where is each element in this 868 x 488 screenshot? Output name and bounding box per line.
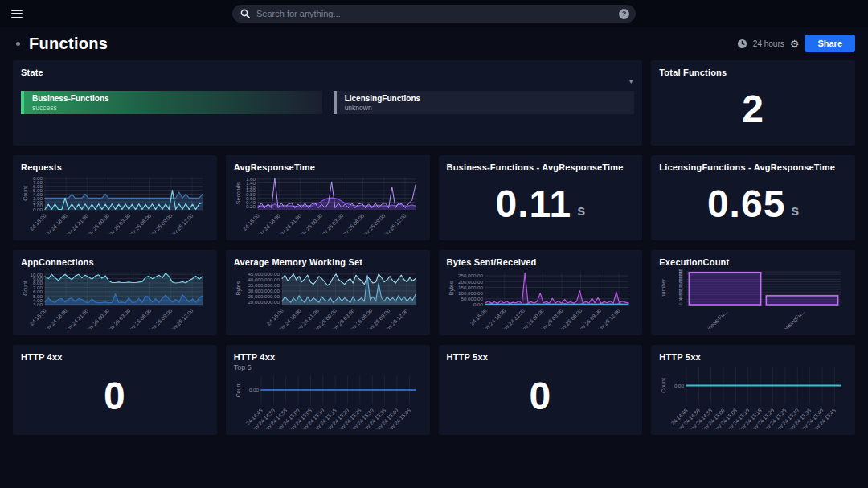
svg-text:24 15:00: 24 15:00 [241, 213, 260, 232]
requests-chart[interactable]: 0.001.002.003.004.005.006.007.008.0024 1… [21, 174, 209, 234]
app-connections-chart[interactable]: 3.004.005.006.007.008.009.0010.0024 15:0… [21, 269, 209, 329]
svg-text:24 15:00: 24 15:00 [469, 308, 487, 326]
tile-state: State ▼ Business-Functions success Licen… [13, 60, 642, 146]
lf-avg-unit: s [791, 203, 799, 219]
state-item-licensing-functions[interactable]: LicensingFunctions unknown [334, 91, 635, 114]
svg-text:250,000.00: 250,000.00 [458, 273, 484, 278]
tile-title-lf-avg: LicensingFunctions - AvgResponseTime [659, 162, 847, 173]
state-item-business-functions[interactable]: Business-Functions success [21, 91, 322, 114]
search-icon [240, 9, 250, 18]
svg-text:LicensingFu...: LicensingFu... [777, 309, 807, 329]
tile-title-state: State [21, 67, 634, 78]
clock-icon[interactable] [737, 39, 747, 49]
tile-total-functions: Total Functions 2 [651, 60, 855, 146]
http5xx-chart[interactable]: 0.0024 14:45Nov 24 14:50Nov 24 14:55Nov … [659, 363, 847, 429]
tile-avg-response-time: AvgResponseTime 0.200.400.600.801.001.20… [226, 155, 430, 240]
lf-avg-value: 0.65 [707, 182, 785, 226]
svg-text:150,000.00: 150,000.00 [458, 285, 484, 290]
svg-text:25,000,000.00: 25,000,000.00 [248, 293, 280, 299]
svg-text:Count: Count [235, 383, 241, 398]
dashboard-grid: State ▼ Business-Functions success Licen… [13, 60, 855, 435]
tile-memory-working-set: Average Memory Working Set 20,000,000.00… [226, 250, 430, 335]
svg-text:0.00: 0.00 [249, 387, 260, 392]
tile-title-total-functions: Total Functions [659, 67, 847, 78]
tile-title-http4xx: HTTP 4xx [21, 351, 209, 363]
gear-icon[interactable]: ⚙ [790, 39, 800, 49]
tile-title-bf-avg: Business-Functions - AvgResponseTime [447, 162, 635, 173]
svg-text:20,000,000.00: 20,000,000.00 [248, 299, 280, 305]
svg-text:Count: Count [661, 378, 666, 393]
svg-text:Business-Fu...: Business-Fu... [699, 309, 729, 329]
tile-http4xx-value: HTTP 4xx 0 [13, 345, 217, 435]
tile-title-avg-response-time: AvgResponseTime [234, 162, 422, 173]
tile-title-memory: Average Memory Working Set [234, 256, 422, 268]
svg-text:30,000,000.00: 30,000,000.00 [248, 288, 280, 293]
http4xx-value: 0 [104, 374, 126, 418]
tile-execution-count: ExecutionCount 0.00400.00800.001,200.001… [651, 250, 855, 335]
tile-title-http5xx-chart: HTTP 5xx [659, 351, 847, 363]
http4xx-chart[interactable]: 0.0024 14:45Nov 24 14:50Nov 24 14:55Nov … [234, 372, 422, 429]
svg-text:45,000,000.00: 45,000,000.00 [248, 271, 280, 277]
svg-text:1.60: 1.60 [246, 176, 256, 182]
svg-text:40,000,000.00: 40,000,000.00 [248, 277, 280, 282]
bf-avg-value: 0.11 [495, 182, 571, 226]
avg-response-time-chart[interactable]: 0.200.400.600.801.001.201.401.6024 15:00… [234, 174, 422, 234]
dashboard-header: Functions 24 hours ⚙ Share [0, 27, 868, 59]
svg-text:200,000.00: 200,000.00 [458, 279, 484, 285]
page-title: Functions [29, 35, 108, 53]
svg-text:Seconds: Seconds [235, 182, 241, 204]
time-range-label[interactable]: 24 hours [753, 39, 784, 48]
svg-text:Bytes: Bytes [235, 281, 242, 295]
total-functions-value: 2 [742, 87, 764, 131]
svg-text:0.00: 0.00 [674, 383, 685, 388]
hamburger-menu-icon[interactable] [11, 7, 23, 20]
state-item-status: success [32, 104, 322, 113]
tile-http4xx-chart: HTTP 4xx Top 5 0.0024 14:45Nov 24 14:50N… [226, 345, 430, 435]
svg-text:Bytes: Bytes [448, 281, 455, 295]
tile-requests: Requests 0.001.002.003.004.005.006.007.0… [13, 155, 217, 240]
svg-text:0.00: 0.00 [473, 301, 483, 307]
tile-lf-avg-response-time: LicensingFunctions - AvgResponseTime 0.6… [651, 155, 855, 240]
svg-text:Count: Count [23, 186, 28, 201]
svg-text:Count: Count [23, 281, 28, 296]
help-icon[interactable]: ? [619, 9, 629, 19]
tile-title-bytes: Bytes Sent/Received [447, 256, 635, 268]
svg-text:35,000,000.00: 35,000,000.00 [248, 282, 280, 288]
tile-bytes-sent-received: Bytes Sent/Received 0.0050,000.00100,000… [439, 250, 643, 335]
svg-text:2,800.00: 2,800.00 [679, 269, 683, 272]
svg-text:24 15:00: 24 15:00 [29, 213, 47, 232]
tile-title-app-connections: AppConnections [21, 256, 209, 268]
svg-text:50,000.00: 50,000.00 [461, 296, 483, 301]
state-item-name: Business-Functions [32, 93, 322, 104]
tile-http5xx-value: HTTP 5xx 0 [439, 345, 643, 435]
tile-http5xx-chart: HTTP 5xx 0.0024 14:45Nov 24 14:50Nov 24 … [651, 345, 855, 435]
state-item-status: unknown [345, 104, 635, 113]
state-item-name: LicensingFunctions [345, 93, 635, 104]
tile-title-execution-count: ExecutionCount [659, 256, 847, 268]
search-bar[interactable]: ? [232, 5, 636, 23]
svg-text:10.00: 10.00 [31, 272, 43, 277]
svg-text:number: number [661, 278, 666, 297]
tile-app-connections: AppConnections 3.004.005.006.007.008.009… [13, 250, 217, 335]
execution-count-chart[interactable]: 0.00400.00800.001,200.001,600.002,000.00… [659, 269, 847, 329]
tile-bf-avg-response-time: Business-Functions - AvgResponseTime 0.1… [439, 155, 643, 240]
bf-avg-unit: s [577, 203, 585, 219]
state-filter-dropdown-icon[interactable]: ▼ [628, 78, 634, 85]
share-button[interactable]: Share [805, 35, 855, 52]
tile-title-requests: Requests [21, 162, 209, 173]
title-status-dot [16, 42, 20, 46]
http5xx-value: 0 [530, 374, 552, 418]
svg-text:100,000.00: 100,000.00 [458, 290, 484, 296]
tile-title-http5xx: HTTP 5xx [447, 351, 635, 363]
svg-text:24 15:00: 24 15:00 [29, 308, 47, 326]
search-input[interactable] [256, 9, 619, 18]
tile-title-http4xx-chart: HTTP 4xx [234, 351, 422, 363]
bytes-sent-received-chart[interactable]: 0.0050,000.00100,000.00150,000.00200,000… [447, 269, 635, 329]
memory-working-set-chart[interactable]: 20,000,000.0025,000,000.0030,000,000.003… [234, 269, 422, 329]
svg-text:8.00: 8.00 [33, 175, 43, 181]
tile-subtitle-top5: Top 5 [234, 363, 422, 371]
top-bar: ? [0, 0, 868, 27]
